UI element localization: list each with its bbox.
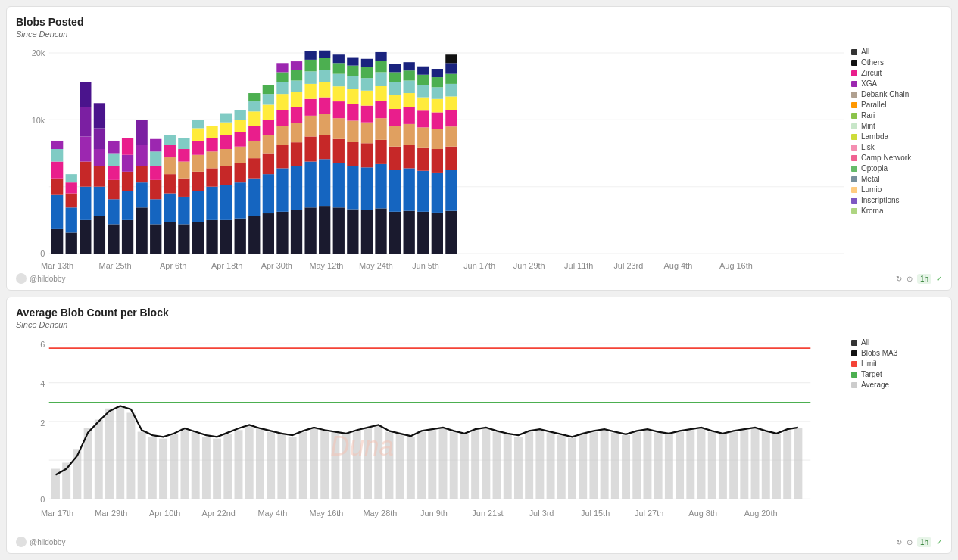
share-icon[interactable]: ⊙	[907, 538, 913, 546]
svg-rect-99	[263, 213, 274, 254]
avg-blob-card: Average Blob Count per Block Since Dencu…	[6, 297, 952, 554]
svg-text:Jul 15th: Jul 15th	[581, 509, 610, 518]
svg-text:Apr 6th: Apr 6th	[160, 261, 186, 270]
svg-rect-39	[122, 155, 133, 172]
chart2-area: 6 4 2 0	[16, 335, 844, 534]
svg-rect-102	[263, 135, 274, 153]
svg-text:Apr 18th: Apr 18th	[211, 261, 242, 270]
svg-rect-172	[375, 140, 386, 164]
svg-rect-126	[304, 162, 316, 208]
svg-rect-32	[108, 180, 119, 199]
legend-item: Optopia	[851, 164, 942, 173]
share-icon[interactable]: ⊙	[907, 275, 913, 283]
svg-rect-156	[347, 104, 358, 120]
svg-rect-284	[417, 432, 426, 499]
svg-rect-40	[122, 138, 133, 155]
svg-rect-197	[417, 212, 429, 254]
svg-text:May 24th: May 24th	[359, 261, 393, 270]
svg-rect-116	[291, 210, 302, 254]
svg-rect-17	[66, 174, 77, 182]
legend-label: All	[861, 48, 869, 56]
svg-rect-164	[361, 123, 373, 144]
legend-item: Inscriptions	[851, 196, 942, 204]
svg-rect-319	[794, 428, 802, 499]
svg-rect-21	[80, 136, 91, 161]
svg-rect-212	[432, 87, 443, 98]
avg-bars	[51, 406, 802, 499]
svg-text:10k: 10k	[32, 116, 45, 125]
svg-rect-43	[136, 166, 147, 182]
svg-rect-181	[389, 147, 401, 170]
svg-rect-263	[192, 432, 200, 499]
svg-rect-108	[276, 168, 288, 211]
svg-rect-187	[389, 64, 401, 72]
svg-text:Aug 16th: Aug 16th	[719, 261, 753, 270]
refresh-icon[interactable]: ↻	[896, 275, 902, 283]
svg-rect-112	[276, 94, 288, 110]
chart1-author: @hildobby	[16, 273, 65, 284]
svg-rect-190	[404, 145, 415, 168]
svg-rect-138	[319, 98, 330, 114]
svg-rect-175	[375, 86, 386, 101]
legend-item: Mint	[851, 122, 942, 130]
svg-rect-31	[108, 199, 119, 224]
refresh-icon[interactable]: ↻	[896, 538, 902, 546]
legend-label: Parallel	[861, 101, 886, 109]
svg-rect-119	[291, 123, 302, 142]
svg-rect-178	[375, 52, 386, 61]
svg-rect-204	[417, 75, 429, 85]
legend-dot	[851, 113, 857, 119]
svg-rect-83	[220, 114, 232, 123]
svg-rect-199	[417, 148, 429, 171]
svg-text:Aug 4th: Aug 4th	[664, 261, 693, 270]
check-icon: ✓	[936, 275, 942, 283]
svg-rect-206	[432, 213, 443, 254]
svg-text:Jun 5th: Jun 5th	[412, 261, 439, 270]
svg-rect-185	[389, 82, 401, 95]
svg-rect-121	[291, 92, 302, 107]
svg-rect-275	[320, 430, 329, 499]
svg-text:Jul 27th: Jul 27th	[635, 509, 663, 518]
svg-rect-202	[417, 98, 429, 111]
svg-rect-62	[178, 149, 189, 162]
svg-text:2: 2	[40, 418, 45, 427]
legend-dot	[851, 187, 857, 193]
legend-label: Debank Chain	[861, 90, 909, 98]
legend-dot	[851, 92, 857, 98]
svg-rect-151	[333, 54, 345, 63]
svg-rect-189	[404, 168, 415, 210]
legend-item: All	[851, 48, 942, 56]
svg-rect-64	[192, 222, 204, 254]
svg-rect-23	[80, 82, 91, 107]
svg-rect-292	[504, 434, 512, 499]
legend-dot	[851, 382, 857, 388]
svg-rect-127	[304, 136, 316, 161]
svg-rect-111	[276, 110, 288, 126]
legend-label: Average	[861, 381, 889, 389]
svg-rect-132	[304, 60, 316, 71]
chart1-area: 20k 10k 0	[16, 45, 844, 270]
svg-rect-68	[192, 141, 204, 155]
legend-label: Rari	[861, 111, 875, 120]
svg-rect-69	[192, 128, 204, 141]
svg-rect-91	[248, 216, 260, 254]
svg-rect-218	[445, 126, 457, 146]
svg-text:0: 0	[40, 249, 45, 258]
svg-rect-155	[347, 120, 358, 142]
check-icon: ✓	[936, 538, 942, 546]
svg-rect-274	[310, 428, 318, 499]
svg-rect-90	[235, 110, 246, 120]
svg-rect-217	[445, 147, 457, 170]
svg-rect-297	[557, 435, 566, 499]
svg-text:Jun 9th: Jun 9th	[420, 509, 448, 518]
legend-dot	[851, 123, 857, 129]
svg-rect-48	[150, 180, 161, 199]
svg-rect-147	[333, 101, 345, 118]
svg-rect-58	[178, 224, 189, 254]
svg-rect-308	[676, 432, 684, 499]
svg-rect-265	[213, 439, 221, 499]
legend-item: Camp Network	[851, 154, 942, 162]
svg-rect-267	[235, 430, 243, 499]
svg-rect-207	[432, 173, 443, 213]
legend-item: Debank Chain	[851, 90, 942, 98]
